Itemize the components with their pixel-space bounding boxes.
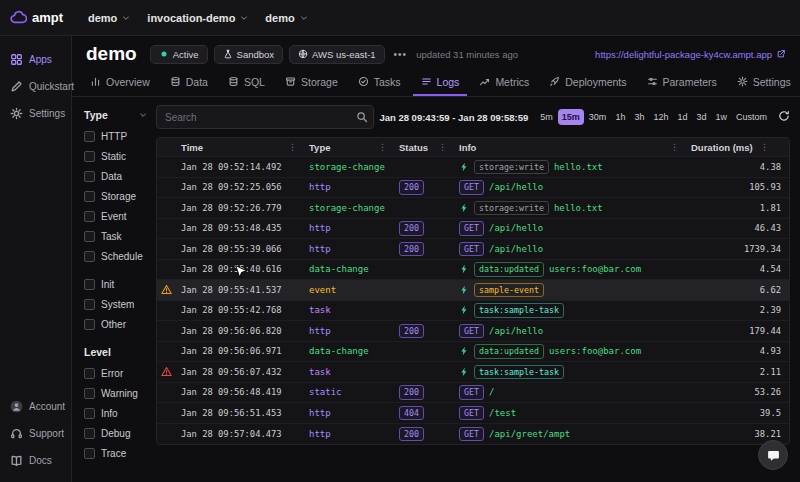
range-button-custom[interactable]: Custom [732,109,771,125]
checkbox-schedule[interactable] [84,251,95,262]
checkbox-trace[interactable] [84,448,95,459]
logo-text: ampt [32,10,63,25]
filter-option-label: Init [101,279,114,290]
log-row[interactable]: Jan 28 09:52:25.056http200GET/api/hello1… [157,178,789,199]
log-row[interactable]: Jan 28 09:55:40.616data-changedata:updat… [157,260,789,281]
tab-overview[interactable]: Overview [82,70,158,96]
filter-option-system[interactable]: System [84,299,148,310]
filter-type-header[interactable]: Type [84,109,148,121]
sidebar-item-apps[interactable]: Apps [0,46,71,73]
tab-settings[interactable]: Settings [729,70,799,96]
checkbox-data[interactable] [84,171,95,182]
column-header-duration-ms[interactable]: Duration (ms)⋮ [691,142,781,153]
filter-option-label: Schedule [101,251,143,262]
filter-option-label: Data [101,171,122,182]
rocket-icon [549,76,560,87]
checkbox-event[interactable] [84,211,95,222]
sidebar-item-account[interactable]: Account [0,393,71,420]
column-menu-icon[interactable]: ⋮ [378,142,387,152]
log-row[interactable]: Jan 28 09:56:06.971data-changedata:updat… [157,342,789,363]
column-header-info[interactable]: Info⋮ [459,142,691,153]
filter-option-http[interactable]: HTTP [84,131,148,142]
column-menu-icon[interactable]: ⋮ [288,142,297,152]
tab-metrics[interactable]: Metrics [471,70,537,96]
checkbox-init[interactable] [84,279,95,290]
column-header-time[interactable]: Time⋮ [181,142,309,153]
checkbox-info[interactable] [84,408,95,419]
checkbox-debug[interactable] [84,428,95,439]
range-button-15m[interactable]: 15m [558,109,584,125]
checkbox-warning[interactable] [84,388,95,399]
tab-storage[interactable]: Storage [277,70,346,96]
tab-tasks[interactable]: Tasks [350,70,409,96]
log-row[interactable]: Jan 28 09:56:48.419static200GET/53.26 [157,383,789,404]
breadcrumb-item-1-invocation-demo[interactable]: invocation-demo [147,12,249,24]
tab-data[interactable]: Data [162,70,216,96]
log-row[interactable]: Jan 28 09:53:48.435http200GET/api/hello4… [157,219,789,240]
refresh-button[interactable] [778,110,790,125]
badge-sandbox[interactable]: Sandbox [214,45,284,64]
filter-option-debug[interactable]: Debug [84,428,148,439]
ampt-logo[interactable]: ampt [0,9,72,26]
column-header-status[interactable]: Status⋮ [399,142,459,153]
sidebar-item-quickstart[interactable]: Quickstart [0,73,71,100]
log-row[interactable]: Jan 28 09:57:04.473http200GET/api/greet/… [157,424,789,445]
column-header-type[interactable]: Type⋮ [309,142,399,153]
filter-option-warning[interactable]: Warning [84,388,148,399]
grid-icon [10,53,23,66]
sidebar-item-settings[interactable]: Settings [0,100,71,127]
log-row[interactable]: Jan 28 09:55:41.537eventsample-event6.62 [157,280,789,301]
checkbox-error[interactable] [84,368,95,379]
filter-option-trace[interactable]: Trace [84,448,148,459]
filter-option-error[interactable]: Error [84,368,148,379]
filter-option-event[interactable]: Event [84,211,148,222]
filter-option-data[interactable]: Data [84,171,148,182]
log-row[interactable]: Jan 28 09:55:39.066http200GET/api/hello1… [157,239,789,260]
filter-option-task[interactable]: Task [84,231,148,242]
log-row[interactable]: Jan 28 09:56:06.820http200GET/api/hello1… [157,321,789,342]
log-row[interactable]: Jan 28 09:52:14.492storage-changestorage… [157,157,789,178]
filter-option-other[interactable]: Other [84,319,148,330]
range-button-1d[interactable]: 1d [673,109,691,125]
log-row[interactable]: Jan 28 09:56:07.432tasktask:sample-task2… [157,362,789,383]
badge-aws-us-east-1[interactable]: AWS us-east-1 [289,45,385,64]
tab-logs[interactable]: Logs [413,70,468,96]
column-menu-icon[interactable]: ⋮ [670,142,679,152]
range-button-3h[interactable]: 3h [630,109,648,125]
checkbox-static[interactable] [84,151,95,162]
filter-option-static[interactable]: Static [84,151,148,162]
column-menu-icon[interactable]: ⋮ [438,142,447,152]
tab-sql[interactable]: SQL [220,70,273,96]
range-button-1w[interactable]: 1w [711,109,731,125]
filter-option-storage[interactable]: Storage [84,191,148,202]
sidebar-item-docs[interactable]: Docs [0,447,71,474]
chat-button[interactable] [758,440,788,470]
checkbox-http[interactable] [84,131,95,142]
filter-option-schedule[interactable]: Schedule [84,251,148,262]
breadcrumb-item-0-demo[interactable]: demo [88,12,131,24]
log-row[interactable]: Jan 28 09:55:42.768tasktask:sample-task2… [157,301,789,322]
log-row[interactable]: Jan 28 09:52:26.779storage-changestorage… [157,198,789,219]
chevron-down-icon [121,13,131,23]
checkbox-system[interactable] [84,299,95,310]
checkbox-storage[interactable] [84,191,95,202]
filter-option-info[interactable]: Info [84,408,148,419]
badge-active[interactable]: Active [150,45,208,64]
range-button-1h[interactable]: 1h [611,109,629,125]
range-button-3d[interactable]: 3d [692,109,710,125]
column-menu-icon[interactable]: ⋮ [760,142,769,152]
range-button-30m[interactable]: 30m [585,109,611,125]
checkbox-other[interactable] [84,319,95,330]
range-button-12h[interactable]: 12h [649,109,672,125]
more-menu-button[interactable]: ••• [392,49,410,60]
search-input[interactable] [156,105,374,129]
tab-parameters[interactable]: Parameters [639,70,725,96]
range-button-5m[interactable]: 5m [536,109,557,125]
tab-deployments[interactable]: Deployments [541,70,634,96]
checkbox-task[interactable] [84,231,95,242]
app-url-link[interactable]: https://delightful-package-ky4cw.ampt.ap… [595,49,786,60]
filter-option-init[interactable]: Init [84,279,148,290]
breadcrumb-item-2-demo[interactable]: demo [265,12,308,24]
sidebar-item-support[interactable]: Support [0,420,71,447]
log-row[interactable]: Jan 28 09:56:51.453http404GET/test39.5 [157,403,789,424]
